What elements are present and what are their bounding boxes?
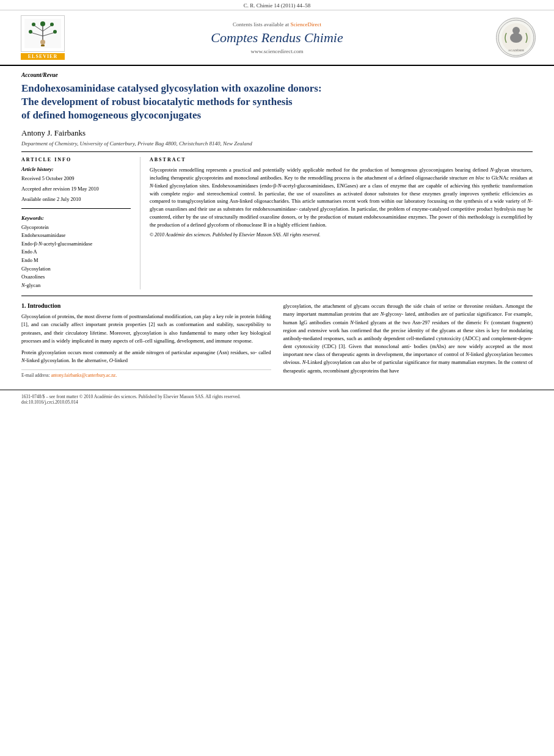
- sciencedirect-available: Contents lists available at ScienceDirec…: [79, 21, 475, 27]
- keyword-6: Glycosylation: [21, 265, 131, 274]
- article-info-heading: ARTICLE INFO: [21, 157, 131, 162]
- svg-point-6: [32, 23, 35, 26]
- footer-doi: doi:10.1016/j.crci.2010.05.014: [21, 399, 533, 405]
- intro-para1: Glycosylation of proteins, the most dive…: [21, 313, 271, 345]
- article-content: Account/Revue Endohexosaminidase catalys…: [0, 66, 554, 289]
- academie-seal: ACADÉMIE: [498, 20, 534, 56]
- svg-point-7: [50, 23, 54, 26]
- intro-heading: 1. Introduction: [21, 302, 271, 309]
- divider-keywords: [21, 208, 131, 209]
- academie-logo: ACADÉMIE: [496, 18, 536, 57]
- body-section: 1. Introduction Glycosylation of protein…: [0, 296, 554, 385]
- received-date: Received 5 October 2009: [21, 175, 131, 183]
- article-type: Account/Revue: [21, 72, 533, 78]
- right-col-para1: glycosylation, the attachment of glycans…: [283, 302, 533, 375]
- email-label: E-mail address:: [21, 373, 50, 378]
- citation-bar: C. R. Chimie 14 (2011) 44–58: [0, 0, 554, 10]
- keywords-section: Keywords: Glycoprotein Endohexosaminidas…: [21, 215, 131, 290]
- keyword-5: Endo M: [21, 256, 131, 265]
- available-date: Available online 2 July 2010: [21, 195, 131, 203]
- divider-1: [21, 151, 533, 152]
- intro-para2: Protein glycosylation occurs most common…: [21, 349, 271, 365]
- body-left-col: 1. Introduction Glycosylation of protein…: [21, 302, 271, 379]
- keyword-1: Glycoprotein: [21, 224, 131, 232]
- svg-rect-12: [41, 45, 45, 46]
- journal-header: ELSEVIER Contents lists available at Sci…: [0, 10, 554, 66]
- elsevier-wordmark: ELSEVIER: [21, 53, 65, 60]
- synthetic-word: synthetic: [481, 183, 500, 189]
- svg-text:ACADÉMIE: ACADÉMIE: [508, 49, 523, 52]
- footer-bar: 1631-0748/$ – see front matter © 2010 Ac…: [0, 390, 554, 409]
- keyword-2: Endohexosaminidase: [21, 231, 131, 240]
- svg-point-9: [53, 30, 57, 34]
- svg-point-16: [510, 33, 522, 43]
- accepted-date: Accepted after revision 19 May 2010: [21, 185, 131, 193]
- keywords-label: Keywords:: [21, 215, 131, 221]
- tree-illustration: [24, 19, 61, 48]
- journal-title: Comptes Rendus Chimie: [79, 30, 475, 46]
- abstract-text: Glycoprotein remodelling represents a pr…: [150, 166, 533, 228]
- keyword-8: N-glycan: [21, 282, 131, 290]
- email-link[interactable]: antony.fairbanks@canterbury.ac.nz.: [51, 373, 117, 378]
- footer-issn: 1631-0748/$ – see front matter © 2010 Ac…: [21, 394, 533, 399]
- svg-point-11: [40, 40, 45, 45]
- sciencedirect-link[interactable]: ScienceDirect: [291, 21, 321, 27]
- abstract-col: ABSTRACT Glycoprotein remodelling repres…: [140, 157, 533, 289]
- article-info-col: ARTICLE INFO Article history: Received 5…: [21, 157, 140, 289]
- article-title: Endohexosaminidase catalysed glycosylati…: [21, 82, 533, 122]
- page: C. R. Chimie 14 (2011) 44–58: [0, 0, 554, 756]
- keyword-4: Endo A: [21, 248, 131, 256]
- history-label: Article history:: [21, 166, 131, 172]
- author-name: Antony J. Fairbanks: [21, 128, 533, 138]
- keyword-3: Endo-β-N-acetyl-glucosaminidase: [21, 240, 131, 249]
- body-right-col: glycosylation, the attachment of glycans…: [283, 302, 533, 379]
- svg-point-8: [29, 30, 32, 34]
- copyright-text: © 2010 Académie des sciences. Published …: [150, 232, 533, 238]
- svg-point-10: [40, 21, 45, 26]
- right-logo-area: ACADÉMIE: [487, 18, 536, 57]
- keyword-7: Oxazolines: [21, 273, 131, 282]
- the-word: the: [405, 303, 411, 309]
- author-affiliation: Department of Chemistry, University of C…: [21, 140, 533, 147]
- body-two-col: 1. Introduction Glycosylation of protein…: [21, 302, 533, 379]
- logo-box: [21, 15, 65, 52]
- abstract-heading: ABSTRACT: [150, 157, 533, 162]
- citation-text: C. R. Chimie 14 (2011) 44–58: [244, 2, 310, 9]
- info-abstract-section: ARTICLE INFO Article history: Received 5…: [21, 157, 533, 289]
- journal-website: www.sciencedirect.com: [79, 48, 475, 54]
- elsevier-logo: ELSEVIER: [18, 15, 67, 60]
- footnote-area: E-mail address: antony.fairbanks@canterb…: [21, 369, 271, 378]
- journal-center: Contents lists available at ScienceDirec…: [67, 21, 487, 54]
